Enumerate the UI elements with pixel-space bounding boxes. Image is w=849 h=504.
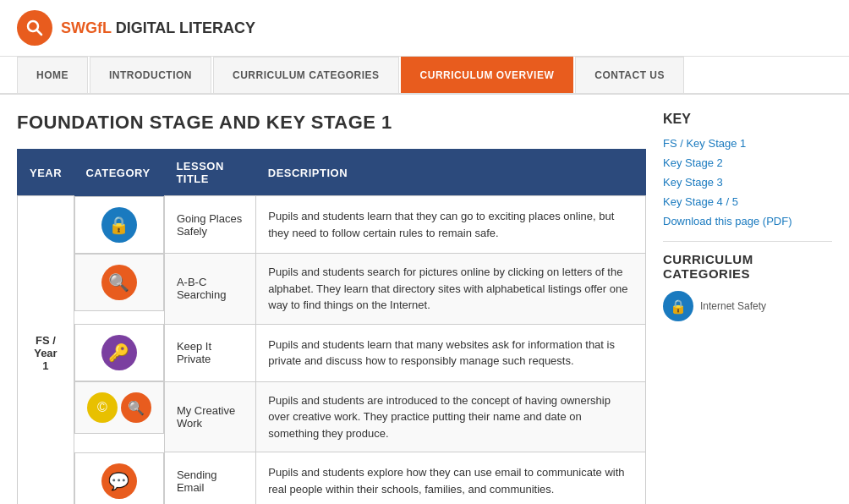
nav-contact-us[interactable]: CONTACT US [575,57,684,93]
svg-line-1 [37,30,42,36]
content-area: FOUNDATION STAGE AND KEY STAGE 1 YEAR CA… [17,112,646,504]
description-2: Pupils and students search for pictures … [256,254,646,325]
main-content: FOUNDATION STAGE AND KEY STAGE 1 YEAR CA… [0,95,849,504]
col-category: CATEGORY [74,150,164,196]
lesson-title-3: Keep It Private [164,324,255,381]
header: SWGfL DIGITAL LITERACY [0,0,849,57]
col-description: DESCRIPTION [256,150,646,196]
table-row: FS /Year 1 🔒 Going Places Safely Pupils … [18,196,646,254]
description-4: Pupils and students are introduced to th… [256,381,646,452]
email-icon: 💬 [101,463,137,499]
col-year: YEAR [18,150,74,196]
lesson-title-2: A-B-C Searching [164,254,255,325]
lesson-title-1: Going Places Safely [164,196,255,254]
site-title: SWGfL DIGITAL LITERACY [61,19,255,37]
sidebar-divider [663,241,832,242]
logo-icon [17,10,52,46]
curriculum-table: YEAR CATEGORY LESSON TITLE DESCRIPTION F… [17,149,646,504]
sidebar-lock-icon: 🔒 [663,291,693,321]
key-icon: 🔑 [101,335,137,370]
key-link-ks3[interactable]: Key Stage 3 [663,176,832,189]
year-cell-fs: FS /Year 1 [18,196,74,505]
nav-curriculum-overview[interactable]: CURRICULUM OVERVIEW [401,57,574,93]
key-link-ks45[interactable]: Key Stage 4 / 5 [663,195,832,208]
nav-introduction[interactable]: INTRODUCTION [90,57,211,93]
sidebar: KEY FS / Key Stage 1 Key Stage 2 Key Sta… [663,112,832,504]
search-logo-icon [25,18,45,38]
lock-icon: 🔒 [101,207,137,243]
col-lesson: LESSON TITLE [164,150,255,196]
copyright-icon: © [87,392,118,423]
description-1: Pupils and students learn that they can … [256,196,646,254]
table-row: 🔍 A-B-C Searching Pupils and students se… [18,254,646,325]
sidebar-category-item: 🔒 Internet Safety [663,291,832,321]
lesson-title-4: My Creative Work [164,381,255,452]
table-row: 🔑 Keep It Private Pupils and students le… [18,324,646,381]
main-nav: HOME INTRODUCTION CURRICULUM CATEGORIES … [0,57,849,95]
description-3: Pupils and students learn that many webs… [256,324,646,381]
table-row: 💬 Sending Email Pupils and students expl… [18,452,646,505]
sidebar-category-label: Internet Safety [700,300,766,312]
table-row: © 🔍 My Creative Work Pupils and students… [18,381,646,452]
search-creative-icon: 🔍 [121,392,151,423]
lesson-title-5: Sending Email [164,452,255,505]
key-links: FS / Key Stage 1 Key Stage 2 Key Stage 3… [663,137,832,227]
search-icon: 🔍 [101,265,137,300]
category-icon-5: 💬 [74,452,164,505]
key-title: KEY [663,112,832,127]
category-icon-4: © 🔍 [74,381,164,434]
nav-home[interactable]: HOME [17,57,88,93]
multi-icon-creative: © 🔍 [87,392,151,423]
page-title: FOUNDATION STAGE AND KEY STAGE 1 [17,112,646,134]
nav-curriculum-categories[interactable]: CURRICULUM CATEGORIES [213,57,399,93]
sidebar-categories-title: CURRICULUM CATEGORIES [663,252,832,281]
key-link-download[interactable]: Download this page (PDF) [663,215,832,227]
category-icon-1: 🔒 [74,196,164,254]
description-5: Pupils and students explore how they can… [256,452,646,505]
category-icon-2: 🔍 [74,254,164,311]
category-icon-3: 🔑 [74,324,164,381]
key-link-fs[interactable]: FS / Key Stage 1 [663,137,832,150]
key-link-ks2[interactable]: Key Stage 2 [663,156,832,169]
